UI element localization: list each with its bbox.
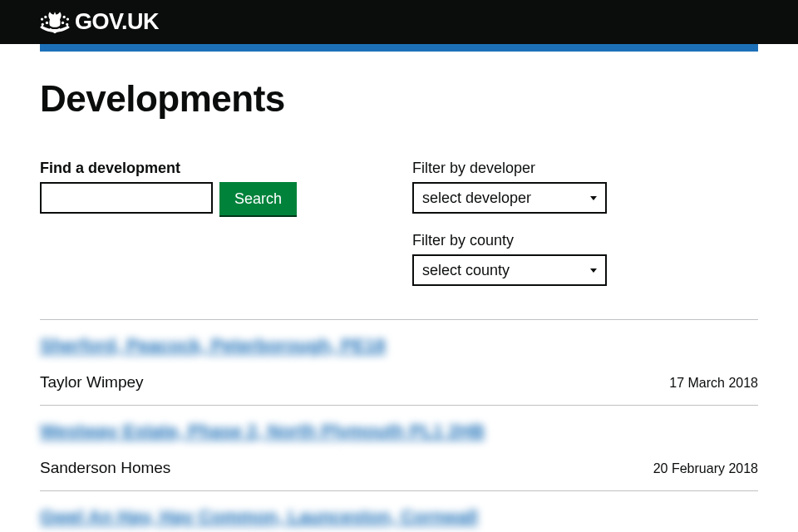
result-item: Gwel An Hay, Hay Common, Launceston, Cor… [40, 491, 758, 532]
search-button[interactable]: Search [219, 182, 297, 215]
search-label: Find a development [40, 160, 412, 177]
govuk-logo[interactable]: GOV.UK [40, 9, 159, 35]
main-content: Developments Find a development Search F… [0, 52, 798, 532]
govuk-logotype: GOV.UK [75, 9, 159, 35]
page-title: Developments [40, 78, 758, 120]
chevron-down-icon [590, 268, 597, 273]
filter-developer-label: Filter by developer [412, 160, 758, 177]
result-date: 20 February 2018 [653, 461, 758, 476]
filters-row: Find a development Search Filter by deve… [40, 160, 758, 304]
result-link[interactable]: Westway Estate, Phase 2, North Plymouth … [40, 421, 485, 442]
result-link[interactable]: Gwel An Hay, Hay Common, Launceston, Cor… [40, 506, 478, 528]
filter-county-value: select county [422, 262, 590, 279]
filter-developer-select[interactable]: select developer [412, 182, 607, 214]
filter-county-select[interactable]: select county [412, 254, 607, 286]
chevron-down-icon [590, 196, 597, 200]
result-developer: Taylor Wimpey [40, 373, 144, 392]
result-date: 17 March 2018 [669, 376, 758, 391]
filter-developer-value: select developer [422, 190, 590, 207]
result-item: Westway Estate, Phase 2, North Plymouth … [40, 406, 758, 490]
crown-icon [40, 10, 70, 35]
result-developer: Sanderson Homes [40, 459, 170, 477]
filter-county-label: Filter by county [412, 232, 758, 249]
result-link[interactable]: Sherford, Peacock, Peterborough, PE18 [40, 335, 386, 357]
site-header: GOV.UK [0, 0, 798, 44]
header-accent-bar [40, 44, 758, 52]
result-item: Sherford, Peacock, Peterborough, PE18 Ta… [40, 320, 758, 405]
search-input[interactable] [40, 182, 213, 214]
